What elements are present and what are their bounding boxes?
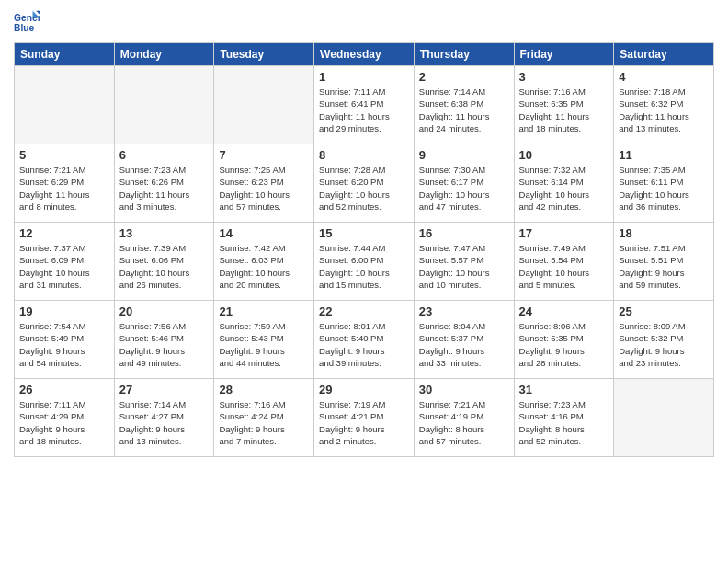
day-number: 26 [19,383,109,396]
day-info: Sunrise: 7:47 AM Sunset: 5:57 PM Dayligh… [419,242,509,291]
logo-icon: General Blue [14,9,40,35]
day-number: 12 [19,226,109,240]
day-info: Sunrise: 7:23 AM Sunset: 4:16 PM Dayligh… [519,398,609,447]
day-number: 7 [219,148,309,162]
day-number: 25 [619,304,709,318]
calendar-cell: 7Sunrise: 7:25 AM Sunset: 6:23 PM Daylig… [214,144,314,223]
calendar-cell: 11Sunrise: 7:35 AM Sunset: 6:11 PM Dayli… [614,144,714,223]
day-number: 3 [519,70,609,84]
day-info: Sunrise: 7:35 AM Sunset: 6:11 PM Dayligh… [619,164,709,213]
weekday-header-row: SundayMondayTuesdayWednesdayThursdayFrid… [15,43,714,66]
page-container: General Blue SundayMondayTuesdayWednesda… [0,0,728,466]
day-number: 11 [619,148,709,162]
day-info: Sunrise: 7:30 AM Sunset: 6:17 PM Dayligh… [419,164,509,213]
weekday-header-sunday: Sunday [15,43,115,66]
weekday-header-saturday: Saturday [614,43,714,66]
day-info: Sunrise: 8:09 AM Sunset: 5:32 PM Dayligh… [619,320,709,369]
day-number: 14 [219,226,309,240]
calendar-cell: 30Sunrise: 7:21 AM Sunset: 4:19 PM Dayli… [414,379,514,457]
day-info: Sunrise: 7:14 AM Sunset: 4:27 PM Dayligh… [119,398,210,447]
day-number: 9 [419,148,509,162]
calendar-week-0: 1Sunrise: 7:11 AM Sunset: 6:41 PM Daylig… [15,66,714,144]
calendar-cell: 28Sunrise: 7:16 AM Sunset: 4:24 PM Dayli… [214,379,314,457]
day-info: Sunrise: 7:49 AM Sunset: 5:54 PM Dayligh… [519,242,609,291]
day-info: Sunrise: 7:21 AM Sunset: 6:29 PM Dayligh… [19,164,109,213]
calendar-cell: 1Sunrise: 7:11 AM Sunset: 6:41 PM Daylig… [314,66,415,144]
calendar-cell: 29Sunrise: 7:19 AM Sunset: 4:21 PM Dayli… [314,379,415,457]
day-info: Sunrise: 7:11 AM Sunset: 4:29 PM Dayligh… [19,398,109,447]
calendar-cell: 20Sunrise: 7:56 AM Sunset: 5:46 PM Dayli… [114,301,214,379]
calendar-cell: 14Sunrise: 7:42 AM Sunset: 6:03 PM Dayli… [214,223,314,301]
day-info: Sunrise: 7:28 AM Sunset: 6:20 PM Dayligh… [319,164,409,213]
calendar-cell: 6Sunrise: 7:23 AM Sunset: 6:26 PM Daylig… [114,144,214,223]
day-number: 16 [419,226,509,240]
day-number: 4 [619,70,709,84]
day-info: Sunrise: 7:18 AM Sunset: 6:32 PM Dayligh… [619,86,709,134]
day-info: Sunrise: 7:23 AM Sunset: 6:26 PM Dayligh… [119,164,210,213]
svg-text:Blue: Blue [14,23,35,33]
day-number: 29 [319,383,409,396]
calendar-cell: 2Sunrise: 7:14 AM Sunset: 6:38 PM Daylig… [414,66,514,144]
day-info: Sunrise: 7:51 AM Sunset: 5:51 PM Dayligh… [619,242,709,291]
calendar-cell: 26Sunrise: 7:11 AM Sunset: 4:29 PM Dayli… [15,379,115,457]
weekday-header-wednesday: Wednesday [314,43,415,66]
calendar-table: SundayMondayTuesdayWednesdayThursdayFrid… [14,42,714,457]
calendar-cell: 9Sunrise: 7:30 AM Sunset: 6:17 PM Daylig… [414,144,514,223]
weekday-header-monday: Monday [114,43,214,66]
calendar-cell: 24Sunrise: 8:06 AM Sunset: 5:35 PM Dayli… [514,301,614,379]
day-number: 23 [419,304,509,318]
calendar-cell: 25Sunrise: 8:09 AM Sunset: 5:32 PM Dayli… [614,301,714,379]
day-number: 1 [319,70,409,84]
day-number: 2 [419,70,509,84]
calendar-cell: 13Sunrise: 7:39 AM Sunset: 6:06 PM Dayli… [114,223,214,301]
calendar-cell: 5Sunrise: 7:21 AM Sunset: 6:29 PM Daylig… [15,144,115,223]
calendar-week-3: 19Sunrise: 7:54 AM Sunset: 5:49 PM Dayli… [15,301,714,379]
day-number: 13 [119,226,210,240]
calendar-cell: 27Sunrise: 7:14 AM Sunset: 4:27 PM Dayli… [114,379,214,457]
logo: General Blue [14,9,43,35]
header: General Blue [14,9,714,35]
day-info: Sunrise: 8:04 AM Sunset: 5:37 PM Dayligh… [419,320,509,369]
day-number: 24 [519,304,609,318]
day-number: 19 [19,304,109,318]
calendar-cell [114,66,214,144]
day-number: 30 [419,383,509,396]
calendar-cell: 8Sunrise: 7:28 AM Sunset: 6:20 PM Daylig… [314,144,415,223]
day-number: 28 [219,383,309,396]
day-info: Sunrise: 8:01 AM Sunset: 5:40 PM Dayligh… [319,320,409,369]
calendar-cell: 23Sunrise: 8:04 AM Sunset: 5:37 PM Dayli… [414,301,514,379]
day-info: Sunrise: 7:56 AM Sunset: 5:46 PM Dayligh… [119,320,210,369]
calendar-cell: 16Sunrise: 7:47 AM Sunset: 5:57 PM Dayli… [414,223,514,301]
weekday-header-thursday: Thursday [414,43,514,66]
calendar-cell [15,66,115,144]
day-number: 31 [519,383,609,396]
day-info: Sunrise: 7:42 AM Sunset: 6:03 PM Dayligh… [219,242,309,291]
day-number: 6 [119,148,210,162]
day-number: 8 [319,148,409,162]
calendar-cell [614,379,714,457]
day-info: Sunrise: 7:32 AM Sunset: 6:14 PM Dayligh… [519,164,609,213]
day-number: 21 [219,304,309,318]
day-info: Sunrise: 7:16 AM Sunset: 4:24 PM Dayligh… [219,398,309,447]
calendar-week-4: 26Sunrise: 7:11 AM Sunset: 4:29 PM Dayli… [15,379,714,457]
day-info: Sunrise: 8:06 AM Sunset: 5:35 PM Dayligh… [519,320,609,369]
day-number: 22 [319,304,409,318]
day-info: Sunrise: 7:14 AM Sunset: 6:38 PM Dayligh… [419,86,509,134]
calendar-cell: 18Sunrise: 7:51 AM Sunset: 5:51 PM Dayli… [614,223,714,301]
calendar-cell: 17Sunrise: 7:49 AM Sunset: 5:54 PM Dayli… [514,223,614,301]
day-info: Sunrise: 7:25 AM Sunset: 6:23 PM Dayligh… [219,164,309,213]
calendar-cell: 21Sunrise: 7:59 AM Sunset: 5:43 PM Dayli… [214,301,314,379]
calendar-cell: 12Sunrise: 7:37 AM Sunset: 6:09 PM Dayli… [15,223,115,301]
calendar-cell: 10Sunrise: 7:32 AM Sunset: 6:14 PM Dayli… [514,144,614,223]
day-number: 15 [319,226,409,240]
day-number: 20 [119,304,210,318]
day-info: Sunrise: 7:59 AM Sunset: 5:43 PM Dayligh… [219,320,309,369]
calendar-cell: 3Sunrise: 7:16 AM Sunset: 6:35 PM Daylig… [514,66,614,144]
day-info: Sunrise: 7:19 AM Sunset: 4:21 PM Dayligh… [319,398,409,447]
day-info: Sunrise: 7:16 AM Sunset: 6:35 PM Dayligh… [519,86,609,134]
day-number: 17 [519,226,609,240]
day-number: 5 [19,148,109,162]
day-info: Sunrise: 7:54 AM Sunset: 5:49 PM Dayligh… [19,320,109,369]
calendar-cell: 31Sunrise: 7:23 AM Sunset: 4:16 PM Dayli… [514,379,614,457]
day-info: Sunrise: 7:21 AM Sunset: 4:19 PM Dayligh… [419,398,509,447]
